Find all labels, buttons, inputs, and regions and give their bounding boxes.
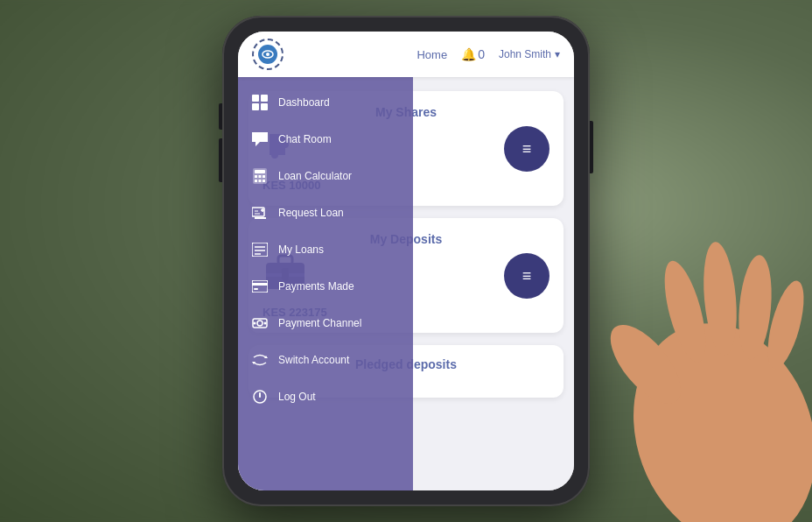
sidebar-payments-made-label: Payments Made: [278, 280, 354, 293]
phone-screen: Home 🔔 0 John Smith ▾: [238, 32, 574, 490]
sidebar-chat-label: Chat Room: [278, 133, 332, 145]
sidebar-item-payment-channel[interactable]: Payment Channel: [238, 305, 413, 342]
calculator-icon: [250, 166, 270, 186]
sidebar-item-my-loans[interactable]: My Loans: [238, 231, 413, 268]
phone-button-power: [590, 121, 593, 173]
logo-inner: [258, 45, 277, 64]
switch-account-icon: [250, 350, 270, 370]
svg-rect-19: [252, 280, 268, 293]
svg-rect-13: [262, 180, 265, 182]
svg-point-23: [257, 321, 262, 326]
dashboard-icon: [250, 93, 270, 112]
phone-frame: Home 🔔 0 John Smith ▾: [222, 16, 590, 506]
sidebar-item-loan-calculator[interactable]: Loan Calculator: [238, 158, 413, 194]
navbar: Home 🔔 0 John Smith ▾: [238, 32, 574, 77]
sidebar-dashboard-label: Dashboard: [278, 96, 330, 109]
notification-count: 0: [478, 47, 485, 61]
svg-rect-5: [261, 103, 268, 110]
user-name-label: John Smith: [499, 48, 551, 60]
chat-icon: [250, 130, 270, 149]
sidebar-item-payments-made[interactable]: Payments Made: [238, 268, 413, 305]
sidebar-switch-account-label: Switch Account: [278, 354, 349, 366]
sidebar-my-loans-label: My Loans: [278, 243, 324, 256]
menu-lines-icon: ≡: [522, 140, 532, 159]
svg-rect-9: [259, 175, 262, 178]
shares-menu-button[interactable]: ≡: [504, 126, 550, 172]
payment-channel-icon: [250, 314, 270, 333]
svg-rect-21: [254, 288, 258, 290]
svg-rect-4: [252, 103, 259, 110]
svg-rect-12: [259, 180, 262, 182]
svg-point-24: [254, 322, 256, 325]
svg-rect-7: [255, 170, 265, 173]
sidebar-item-request-loan[interactable]: Request Loan: [238, 194, 413, 231]
chevron-down-icon: ▾: [555, 48, 560, 60]
sidebar-log-out-label: Log Out: [278, 391, 316, 403]
svg-rect-10: [262, 175, 265, 178]
sidebar-item-switch-account[interactable]: Switch Account: [238, 342, 413, 378]
nav-user-menu[interactable]: John Smith ▾: [499, 48, 560, 60]
sidebar-payment-channel-label: Payment Channel: [278, 317, 361, 329]
bell-icon: 🔔: [461, 47, 476, 61]
svg-rect-8: [255, 175, 257, 178]
app-logo[interactable]: [252, 39, 284, 70]
nav-home-link[interactable]: Home: [416, 48, 447, 61]
log-out-icon: [250, 387, 270, 406]
svg-rect-3: [261, 95, 268, 102]
sidebar-request-loan-label: Request Loan: [278, 207, 344, 219]
sidebar-item-log-out[interactable]: Log Out: [238, 378, 413, 415]
request-loan-icon: [250, 203, 270, 222]
nav-notifications[interactable]: 🔔 0: [461, 47, 485, 61]
phone-button-volume-down: [219, 138, 222, 182]
deposits-menu-button[interactable]: ≡: [504, 253, 550, 299]
deposits-menu-icon: ≡: [522, 267, 532, 286]
svg-point-1: [266, 53, 270, 56]
sidebar-loan-calc-label: Loan Calculator: [278, 170, 352, 182]
my-loans-icon: [250, 240, 270, 259]
payments-made-icon: [250, 277, 270, 296]
svg-rect-20: [252, 283, 268, 286]
svg-point-25: [264, 322, 267, 325]
svg-rect-2: [252, 95, 259, 102]
sidebar: Dashboard Chat Room: [238, 77, 413, 490]
sidebar-item-dashboard[interactable]: Dashboard: [238, 84, 413, 121]
sidebar-item-chat-room[interactable]: Chat Room: [238, 121, 413, 158]
svg-rect-11: [255, 180, 257, 182]
phone-button-volume-up: [219, 103, 222, 130]
